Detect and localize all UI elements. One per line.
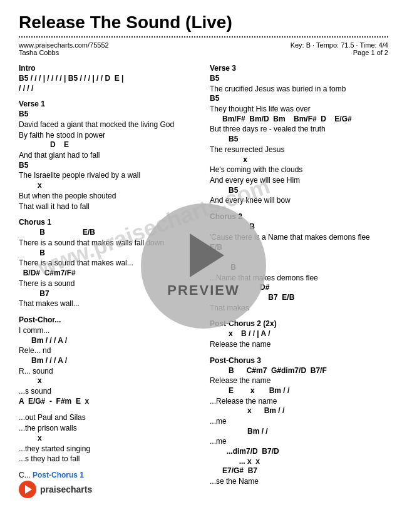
pc-lyric-1: I comm... (19, 325, 197, 336)
c2-chord-1: B (210, 222, 388, 232)
pc-lyric-4: ...s sound (19, 386, 197, 397)
intro-chord-2: / / / / (19, 84, 197, 94)
artist: Tasha Cobbs (19, 49, 109, 56)
pc3-chord-3: x Bm / / (210, 406, 388, 416)
c2-lyric-4: That makes (210, 303, 388, 314)
post-chorus3-title: Post-Chorus 3 (210, 356, 388, 365)
divider (19, 36, 388, 38)
key: Key: B (291, 41, 311, 49)
c1-lyric-3: There is a sound (19, 279, 197, 289)
pc2-lyric-1: Release the name (210, 339, 388, 350)
verse1-title: Verse 1 (19, 100, 197, 108)
section-verse2-partial: ...out Paul and Silas ...the prison wall… (19, 412, 197, 464)
section-post-chorus: Post-Chor... I comm... Bm / / / A / Rele… (19, 315, 197, 407)
pc3-lyric-4: ...me (210, 436, 388, 447)
key-tempo-time: Key: B · Tempo: 71.5 · Time: 4/4 (291, 41, 388, 49)
chorus-post-link-text: C... Post-Chorus 1 (19, 471, 197, 479)
post-chorus-link[interactable]: Post-Chorus 1 (33, 471, 84, 479)
footer: praisecharts (19, 481, 92, 498)
intro-title: Intro (19, 64, 197, 73)
pc-lyric-3: R... sound (19, 366, 197, 377)
c1-lyric-2: There is a sound that makes wal... (19, 258, 197, 269)
v1-lyric-5: But when the people shouted (19, 191, 197, 202)
url: www.praisecharts.com/75552 (19, 41, 109, 49)
c2-chord-5: B7 E/B (210, 293, 388, 303)
v2-lyric-1: ...out Paul and Silas (19, 412, 197, 423)
v3-lyric-4: The resurrected Jesus (210, 145, 388, 155)
meta-right: Key: B · Tempo: 71.5 · Time: 4/4 Page 1 … (291, 41, 388, 56)
chorus1-title: Chorus 1 (19, 218, 197, 227)
v2-lyric-2: ...the prison walls (19, 423, 197, 434)
intro-chord-1: B5 / / / | / / / / | B5 / / / | / / D E … (19, 74, 197, 84)
pc3-lyric-3: ...me (210, 416, 388, 427)
meta-left: www.praisecharts.com/75552 Tasha Cobbs (19, 41, 109, 56)
v2-lyric-3: ...they started singing (19, 444, 197, 454)
v1-lyric-4: The Israelite people rivaled by a wall (19, 170, 197, 181)
post-chorus-title: Post-Chor... (19, 315, 197, 324)
v3-lyric-6: And every eye will see Him (210, 175, 388, 186)
v1-chord-2: D E (19, 140, 197, 150)
v1-lyric-6: That wall it had to fall (19, 202, 197, 212)
chorus2-title: Chorus 2 (210, 212, 388, 221)
c1-chord-4: B7 (19, 289, 197, 299)
v1-chord-3: B5 (19, 161, 197, 171)
pc3-chord-4: Bm / / (210, 427, 388, 437)
pc3-chord-1: B C#m7 G#dim7/D B7/F (210, 366, 388, 376)
section-chorus-link: C... Post-Chorus 1 (19, 471, 197, 479)
c2-chord-3: B (210, 263, 388, 273)
pc-chord-3: x (19, 376, 197, 386)
left-column: Intro B5 / / / | / / / / | B5 / / / | / … (19, 64, 197, 493)
c1-chord-1: B E/B (19, 228, 197, 238)
v1-chord-4: x (19, 181, 197, 191)
page-title: Release The Sound (Live) (19, 13, 388, 33)
pc2-chord-1: x B / / | A / (210, 329, 388, 339)
v3-chord-4: B5 (210, 135, 388, 145)
c1-chord-3: B/D# C#m7/F# (19, 269, 197, 279)
pc-chord-4: A E/G# - F#m E x (19, 397, 197, 407)
v1-chord-1: B5 (19, 110, 197, 120)
v1-lyric-2: By faith he stood in power (19, 130, 197, 141)
section-intro: Intro B5 / / / | / / / / | B5 / / / | / … (19, 64, 197, 93)
pc3-lyric-2: ...Release the name (210, 396, 388, 407)
c2-chord-4: D# (210, 283, 388, 293)
c2-chord-2: E/B (210, 243, 388, 253)
section-post-chorus2: Post-Chorus 2 (2x) x B / / | A / Release… (210, 319, 388, 349)
v3-lyric-1: The crucified Jesus was buried in a tomb (210, 84, 388, 95)
post-chorus2-title: Post-Chorus 2 (2x) (210, 319, 388, 328)
verse3-title: Verse 3 (210, 64, 388, 73)
section-chorus2: Chorus 2 B 'Cause there is a Name that m… (210, 212, 388, 313)
v3-chord-2: B5 (210, 94, 388, 104)
c1-lyric-4: That makes wall... (19, 299, 197, 309)
c2-lyric-2: ... (210, 252, 388, 263)
v2-chord-1: x (19, 434, 197, 444)
pc3-chord-7: E7/G# B7 (210, 466, 388, 476)
pc3-chord-6: ... x x (210, 457, 388, 467)
c2-lyric-1: 'Cause there is a Name that makes demons… (210, 232, 388, 243)
section-chorus1: Chorus 1 B E/B There is a sound that mak… (19, 218, 197, 309)
page: Release The Sound (Live) www.praisechart… (0, 0, 407, 506)
section-post-chorus3: Post-Chorus 3 B C#m7 G#dim7/D B7/F Relea… (210, 356, 388, 487)
v3-chord-6: B5 (210, 186, 388, 196)
footer-brand: praisecharts (40, 484, 92, 494)
v1-lyric-1: David faced a giant that mocked the livi… (19, 120, 197, 130)
v3-chord-5: x (210, 155, 388, 165)
meta-row: www.praisecharts.com/75552 Tasha Cobbs K… (19, 41, 388, 56)
tempo: Tempo: 71.5 (316, 41, 354, 49)
v3-chord-3: Bm/F# Bm/D Bm Bm/F# D E/G# (210, 115, 388, 125)
time: Time: 4/4 (360, 41, 388, 49)
pc3-lyric-1: Release the name (210, 376, 388, 386)
pc3-chord-2: E x Bm / / (210, 386, 388, 396)
section-verse1: Verse 1 B5 David faced a giant that mock… (19, 100, 197, 212)
pc3-lyric-5: ...se the Name (210, 476, 388, 487)
c1-chord-2: B (19, 248, 197, 258)
v3-lyric-7: And every knee will bow (210, 195, 388, 206)
v2-lyric-4: ...s they had to fall (19, 454, 197, 464)
right-column: Verse 3 B5 The crucified Jesus was burie… (210, 64, 388, 493)
c2-lyric-3: ...Name that makes demons flee (210, 273, 388, 284)
footer-play-icon (25, 485, 32, 494)
praisecharts-logo[interactable] (19, 481, 36, 498)
pc3-chord-5: ...dim7/D B7/D (210, 447, 388, 457)
pc-chord-1: Bm / / / A / (19, 336, 197, 346)
v3-lyric-5: He's coming with the clouds (210, 165, 388, 175)
v3-lyric-3: But three days re - vealed the truth (210, 124, 388, 135)
